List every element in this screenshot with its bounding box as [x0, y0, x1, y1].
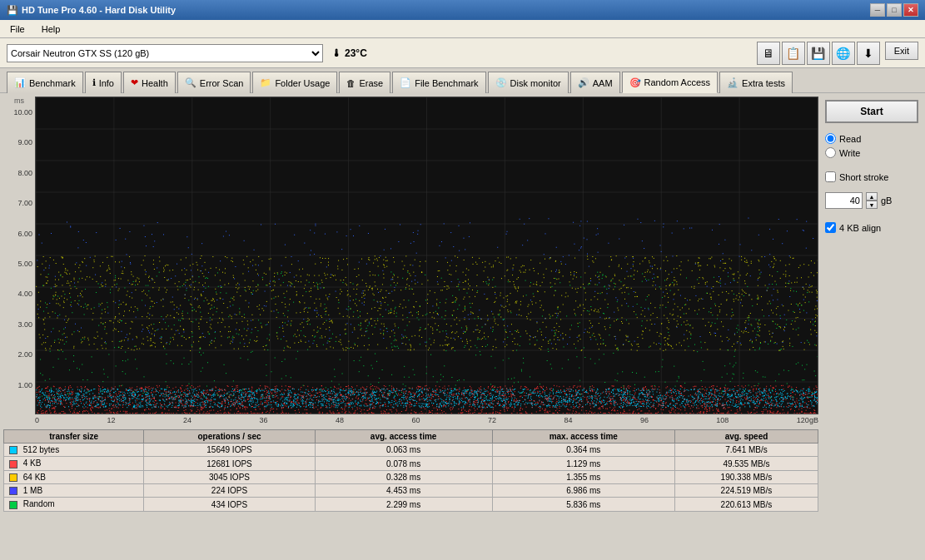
tab-aam[interactable]: 🔊 AAM — [570, 72, 620, 93]
toolbar-btn-4[interactable]: 🌐 — [832, 42, 855, 65]
close-button[interactable]: ✕ — [903, 3, 918, 17]
y-unit-label: ms — [3, 97, 35, 108]
thermometer-icon: 🌡 — [331, 47, 341, 59]
legend-cell-speed: 224.519 MB/s — [674, 484, 818, 498]
legend-cell-max: 1.129 ms — [492, 457, 674, 470]
legend-cell-size: 1 MB — [4, 484, 144, 498]
gb-label: gB — [881, 196, 892, 206]
legend-cell-avg: 0.328 ms — [315, 470, 492, 483]
menu-bar: File Help — [0, 20, 925, 38]
stroke-input[interactable] — [825, 192, 863, 209]
spinner-down[interactable]: ▼ — [866, 201, 878, 209]
table-row: 512 bytes 15649 IOPS 0.063 ms 0.364 ms 7… — [4, 444, 818, 457]
tab-benchmark[interactable]: 📊 Benchmark — [7, 72, 83, 93]
align-checkbox[interactable] — [825, 222, 836, 233]
y-label-8: 8.00 — [3, 169, 35, 177]
read-radio-label[interactable]: Read — [825, 133, 918, 144]
x-label-48: 48 — [336, 416, 344, 424]
legend-cell-ops: 3045 IOPS — [144, 470, 315, 483]
legend-cell-ops: 224 IOPS — [144, 484, 315, 498]
tabs: 📊 Benchmark ℹ Info ❤ Health 🔍 Error Scan… — [0, 68, 925, 93]
table-row: Random 434 IOPS 2.299 ms 5.836 ms 220.61… — [4, 498, 818, 511]
legend-cell-max: 0.364 ms — [492, 444, 674, 457]
x-label-72: 72 — [488, 416, 496, 424]
tab-random-access[interactable]: 🎯 Random Access — [622, 72, 718, 93]
legend-header-ops: operations / sec — [144, 430, 315, 444]
legend-cell-size: Random — [4, 498, 144, 511]
write-radio[interactable] — [825, 147, 836, 158]
legend-cell-size: 64 KB — [4, 470, 144, 483]
toolbar-btn-3[interactable]: 💾 — [807, 42, 830, 65]
legend-cell-ops: 434 IOPS — [144, 498, 315, 511]
benchmark-icon: 📊 — [14, 77, 26, 88]
spinner-up[interactable]: ▲ — [866, 192, 878, 201]
chart-canvas — [35, 97, 818, 414]
legend-cell-max: 6.986 ms — [492, 484, 674, 498]
y-label-3: 3.00 — [3, 320, 35, 329]
legend-cell-size: 512 bytes — [4, 444, 144, 457]
align-checkbox-label[interactable]: 4 KB align — [825, 222, 918, 233]
legend-cell-max: 5.836 ms — [492, 498, 674, 511]
x-label-36: 36 — [259, 416, 267, 424]
legend-cell-avg: 4.453 ms — [315, 484, 492, 498]
exit-button[interactable]: Exit — [885, 42, 918, 60]
title-bar-title: 💾 HD Tune Pro 4.60 - Hard Disk Utility — [7, 5, 176, 16]
menu-file[interactable]: File — [7, 23, 28, 35]
read-write-group: Read Write — [825, 133, 918, 158]
toolbar-btn-2[interactable]: 📋 — [782, 42, 805, 65]
app-icon: 💾 — [7, 5, 18, 16]
file-icon: 📄 — [400, 77, 411, 88]
main-content: ms 10.00 9.00 8.00 7.00 6.00 5.00 4.00 3… — [0, 93, 925, 560]
table-row: 1 MB 224 IOPS 4.453 ms 6.986 ms 224.519 … — [4, 484, 818, 498]
x-label-84: 84 — [564, 416, 572, 424]
random-icon: 🎯 — [629, 77, 641, 88]
temperature-display: 🌡 23°C — [331, 47, 367, 59]
legend-cell-speed: 220.613 MB/s — [674, 498, 818, 511]
y-axis: ms 10.00 9.00 8.00 7.00 6.00 5.00 4.00 3… — [3, 97, 35, 414]
extra-icon: 🔬 — [727, 77, 739, 88]
legend-header-speed: avg. speed — [674, 430, 818, 444]
title-bar-controls: ─ □ ✕ — [870, 3, 918, 17]
y-label-4: 4.00 — [3, 290, 35, 298]
toolbar: Corsair Neutron GTX SS (120 gB) 🌡 23°C 🖥… — [0, 38, 925, 68]
x-label-108: 108 — [716, 416, 729, 424]
table-row: 4 KB 12681 IOPS 0.078 ms 1.129 ms 49.535… — [4, 457, 818, 470]
drive-select[interactable]: Corsair Neutron GTX SS (120 gB) — [7, 44, 323, 62]
maximize-button[interactable]: □ — [887, 3, 902, 17]
y-label-7: 7.00 — [3, 199, 35, 207]
tab-file-benchmark[interactable]: 📄 File Benchmark — [392, 72, 485, 93]
tab-disk-monitor[interactable]: 💿 Disk monitor — [488, 72, 569, 93]
chart-area — [35, 97, 818, 414]
chart-wrapper: ms 10.00 9.00 8.00 7.00 6.00 5.00 4.00 3… — [3, 97, 818, 414]
tab-extra-tests[interactable]: 🔬 Extra tests — [719, 72, 793, 93]
legend-cell-speed: 49.535 MB/s — [674, 457, 818, 470]
legend-header-size: transfer size — [4, 430, 144, 444]
short-stroke-checkbox[interactable] — [825, 171, 836, 182]
x-label-60: 60 — [411, 416, 420, 424]
tab-error-scan[interactable]: 🔍 Error Scan — [177, 72, 251, 93]
short-stroke-label[interactable]: Short stroke — [825, 171, 918, 182]
legend-cell-speed: 7.641 MB/s — [674, 444, 818, 457]
legend-cell-avg: 0.063 ms — [315, 444, 492, 457]
tab-folder-usage[interactable]: 📁 Folder Usage — [252, 72, 337, 93]
read-radio[interactable] — [825, 133, 836, 144]
menu-help[interactable]: Help — [38, 23, 64, 35]
x-label-0: 0 — [35, 416, 39, 424]
legend-table: transfer size operations / sec avg. acce… — [3, 429, 818, 512]
y-label-9: 9.00 — [3, 138, 35, 146]
toolbar-btn-1[interactable]: 🖥 — [757, 42, 780, 65]
minimize-button[interactable]: ─ — [870, 3, 885, 17]
x-label-24: 24 — [183, 416, 191, 424]
chart-section: ms 10.00 9.00 8.00 7.00 6.00 5.00 4.00 3… — [3, 97, 818, 557]
write-radio-label[interactable]: Write — [825, 147, 918, 158]
spinner-buttons: ▲ ▼ — [866, 192, 878, 209]
toolbar-btn-5[interactable]: ⬇ — [857, 42, 880, 65]
tab-erase[interactable]: 🗑 Erase — [339, 72, 390, 93]
legend-cell-avg: 0.078 ms — [315, 457, 492, 470]
tab-health[interactable]: ❤ Health — [123, 72, 176, 93]
tab-info[interactable]: ℹ Info — [85, 72, 122, 93]
title-bar: 💾 HD Tune Pro 4.60 - Hard Disk Utility ─… — [0, 0, 925, 20]
info-icon: ℹ — [92, 77, 96, 88]
error-scan-icon: 🔍 — [185, 77, 196, 88]
start-button[interactable]: Start — [825, 100, 918, 123]
